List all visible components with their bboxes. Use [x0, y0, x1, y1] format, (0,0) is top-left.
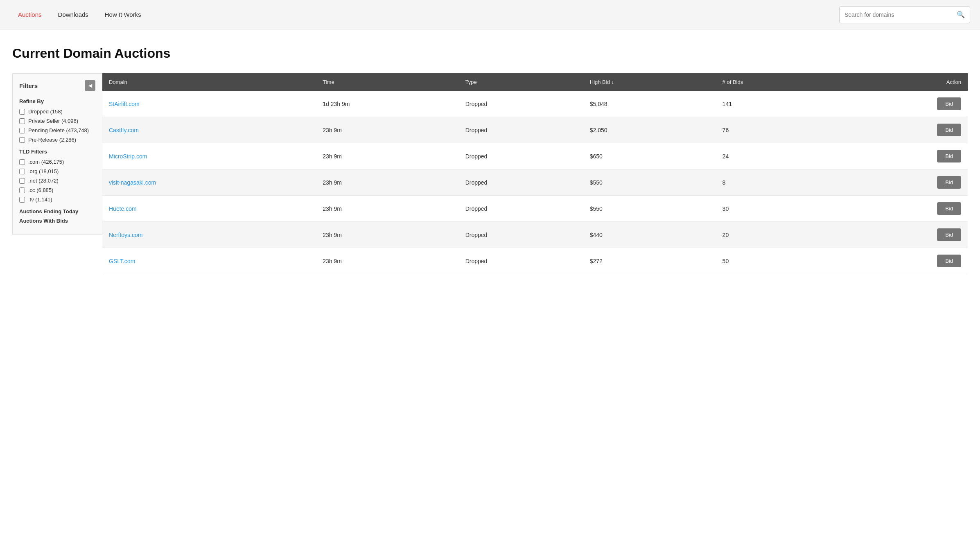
action-cell: Bid: [836, 222, 968, 248]
refine-checkbox[interactable]: [19, 118, 25, 124]
refine-checkbox[interactable]: [19, 109, 25, 115]
time-cell: 23h 9m: [316, 222, 458, 248]
tld-checkbox[interactable]: [19, 169, 25, 174]
sidebar-section-link[interactable]: Auctions Ending Today: [19, 208, 95, 214]
high-bid-cell: $650: [583, 143, 716, 169]
domain-link[interactable]: CastIfy.com: [109, 127, 139, 133]
refine-option: Private Seller (4,096): [19, 118, 95, 124]
bid-button[interactable]: Bid: [937, 202, 961, 215]
refine-option: Pre-Release (2,286): [19, 137, 95, 143]
refine-option: Pending Delete (473,748): [19, 127, 95, 133]
time-cell: 23h 9m: [316, 196, 458, 222]
refine-checkbox[interactable]: [19, 128, 25, 133]
domain-cell: MicroStrip.com: [102, 143, 316, 169]
domain-link[interactable]: GSLT.com: [109, 258, 135, 264]
sidebar: Filters ◀ Refine By Dropped (158)Private…: [12, 73, 102, 235]
type-cell: Dropped: [459, 91, 583, 117]
tld-checkbox[interactable]: [19, 178, 25, 184]
high-bid-cell: $2,050: [583, 117, 716, 143]
table-body: StAirlift.com1d 23h 9mDropped$5,048141Bi…: [102, 91, 968, 274]
table-column-domain[interactable]: Domain: [102, 73, 316, 91]
extra-sections: Auctions Ending TodayAuctions With Bids: [19, 208, 95, 224]
tld-filters-label: TLD Filters: [19, 149, 95, 155]
action-cell: Bid: [836, 196, 968, 222]
high-bid-cell: $550: [583, 196, 716, 222]
bids-cell: 24: [716, 143, 836, 169]
refine-option-label: Pre-Release (2,286): [28, 137, 76, 143]
domain-link[interactable]: Huete.com: [109, 205, 137, 212]
search-icon: 🔍: [957, 11, 965, 18]
nav-link-how-it-works[interactable]: How It Works: [97, 0, 149, 29]
tld-option: .tv (1,141): [19, 196, 95, 203]
domain-link[interactable]: StAirlift.com: [109, 101, 140, 107]
search-wrapper: 🔍: [839, 6, 970, 23]
search-input[interactable]: [845, 11, 957, 18]
domain-link[interactable]: Nerftoys.com: [109, 232, 142, 238]
action-cell: Bid: [836, 248, 968, 274]
refine-checkbox[interactable]: [19, 137, 25, 143]
tld-option-label: .cc (6,885): [28, 187, 53, 193]
tld-options: .com (426,175).org (18,015).net (28,072)…: [19, 159, 95, 203]
tld-checkbox[interactable]: [19, 197, 25, 203]
refine-option-label: Pending Delete (473,748): [28, 127, 89, 133]
tld-option-label: .tv (1,141): [28, 196, 52, 203]
type-cell: Dropped: [459, 169, 583, 196]
table-column-time: Time: [316, 73, 458, 91]
domain-cell: CastIfy.com: [102, 117, 316, 143]
table-column-type: Type: [459, 73, 583, 91]
table-row: GSLT.com23h 9mDropped$27250Bid: [102, 248, 968, 274]
domain-link[interactable]: visit-nagasaki.com: [109, 179, 156, 186]
table-row: MicroStrip.com23h 9mDropped$65024Bid: [102, 143, 968, 169]
table-row: Huete.com23h 9mDropped$55030Bid: [102, 196, 968, 222]
navbar: AuctionsDownloadsHow It Works 🔍: [0, 0, 980, 29]
high-bid-cell: $5,048: [583, 91, 716, 117]
action-cell: Bid: [836, 91, 968, 117]
bid-button[interactable]: Bid: [937, 97, 961, 110]
domain-cell: visit-nagasaki.com: [102, 169, 316, 196]
action-cell: Bid: [836, 117, 968, 143]
tld-option-label: .org (18,015): [28, 168, 59, 174]
page-title: Current Domain Auctions: [12, 46, 968, 61]
table-row: visit-nagasaki.com23h 9mDropped$5508Bid: [102, 169, 968, 196]
domain-link[interactable]: MicroStrip.com: [109, 153, 147, 160]
refine-option-label: Dropped (158): [28, 108, 63, 115]
time-cell: 23h 9m: [316, 248, 458, 274]
type-cell: Dropped: [459, 196, 583, 222]
table-column-high-bid[interactable]: High Bid ↓: [583, 73, 716, 91]
sidebar-section-link[interactable]: Auctions With Bids: [19, 218, 95, 224]
bid-button[interactable]: Bid: [937, 176, 961, 189]
tld-option: .com (426,175): [19, 159, 95, 165]
bid-button[interactable]: Bid: [937, 228, 961, 241]
domain-cell: Huete.com: [102, 196, 316, 222]
table-row: StAirlift.com1d 23h 9mDropped$5,048141Bi…: [102, 91, 968, 117]
sidebar-header: Filters ◀: [19, 80, 95, 91]
type-cell: Dropped: [459, 248, 583, 274]
nav-link-auctions[interactable]: Auctions: [10, 0, 50, 29]
sidebar-title: Filters: [19, 82, 38, 89]
table-row: Nerftoys.com23h 9mDropped$44020Bid: [102, 222, 968, 248]
bids-cell: 76: [716, 117, 836, 143]
high-bid-cell: $272: [583, 248, 716, 274]
time-cell: 23h 9m: [316, 169, 458, 196]
time-cell: 1d 23h 9m: [316, 91, 458, 117]
domain-cell: StAirlift.com: [102, 91, 316, 117]
tld-checkbox[interactable]: [19, 187, 25, 193]
tld-checkbox[interactable]: [19, 159, 25, 165]
type-cell: Dropped: [459, 117, 583, 143]
main-content: Current Domain Auctions Filters ◀ Refine…: [0, 29, 980, 291]
sidebar-toggle-button[interactable]: ◀: [85, 80, 95, 91]
type-cell: Dropped: [459, 222, 583, 248]
nav-links: AuctionsDownloadsHow It Works: [10, 0, 839, 29]
table-row: CastIfy.com23h 9mDropped$2,05076Bid: [102, 117, 968, 143]
nav-link-downloads[interactable]: Downloads: [50, 0, 97, 29]
bid-button[interactable]: Bid: [937, 150, 961, 162]
refine-option: Dropped (158): [19, 108, 95, 115]
high-bid-cell: $550: [583, 169, 716, 196]
refine-option-label: Private Seller (4,096): [28, 118, 78, 124]
content-row: Filters ◀ Refine By Dropped (158)Private…: [12, 73, 968, 274]
bid-button[interactable]: Bid: [937, 124, 961, 136]
time-cell: 23h 9m: [316, 143, 458, 169]
bids-cell: 30: [716, 196, 836, 222]
bid-button[interactable]: Bid: [937, 255, 961, 267]
bids-cell: 141: [716, 91, 836, 117]
